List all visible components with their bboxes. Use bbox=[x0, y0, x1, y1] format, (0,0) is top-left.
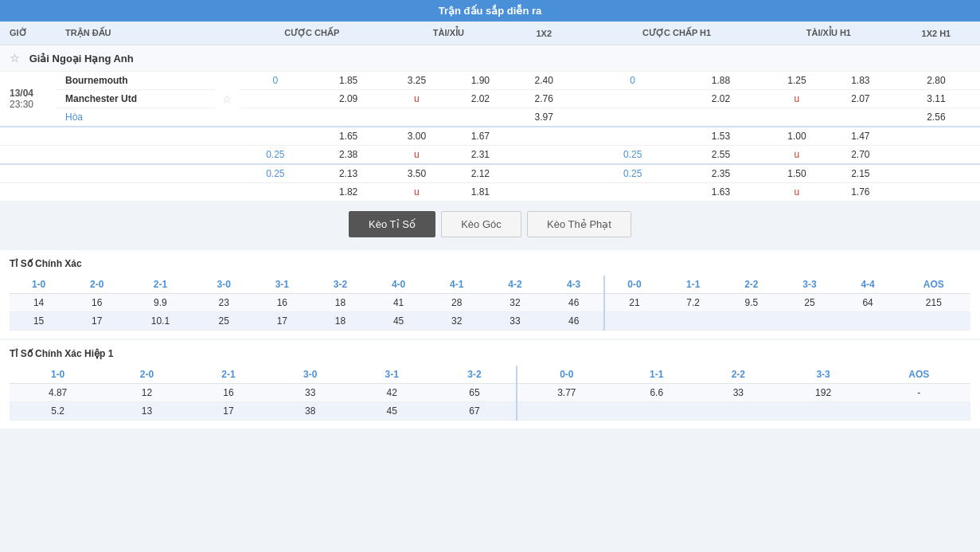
chap-h1-odds-row1: 1.88 bbox=[677, 72, 765, 90]
g3r2-tai: u bbox=[385, 183, 448, 202]
ts-r2-c7: 45 bbox=[369, 312, 428, 331]
th-h1-aos: AOS bbox=[868, 366, 970, 384]
ti-so-table: 1-0 2-0 2-1 3-0 3-1 3-2 4-0 4-1 4-2 4-3 … bbox=[10, 276, 970, 331]
th-2-0: 2-0 bbox=[68, 276, 126, 294]
ts-r1-c9: 32 bbox=[486, 294, 544, 312]
tsh1-r1-c8: 6.6 bbox=[615, 384, 697, 402]
g3-icon bbox=[215, 164, 239, 183]
th-h1-3-0: 3-0 bbox=[269, 366, 351, 384]
tab-keo-goc[interactable]: Kèo Góc bbox=[441, 211, 521, 237]
tsh1-r2-c6: 67 bbox=[433, 402, 517, 421]
match-date: 13/04 23:30 bbox=[0, 72, 56, 127]
g3r2-x12-h1 bbox=[892, 183, 980, 202]
g2-chap-h1 bbox=[588, 127, 677, 146]
tsh1-r1-c3: 16 bbox=[188, 384, 270, 402]
g2r2-tai-odds: 2.31 bbox=[448, 146, 512, 165]
g3r2-tai-h1: u bbox=[765, 183, 829, 202]
th-4-0: 4-0 bbox=[369, 276, 428, 294]
tsh1-r1-c7: 3.77 bbox=[517, 384, 615, 402]
ts-r2-c3: 10.1 bbox=[126, 312, 194, 331]
g3-date bbox=[0, 164, 56, 183]
tai-odds-row3 bbox=[448, 108, 512, 127]
chap1-row3 bbox=[239, 108, 312, 127]
chap-h1-row3 bbox=[588, 108, 677, 127]
tsh1-r2-c9 bbox=[697, 402, 779, 421]
g3-spacer bbox=[576, 164, 588, 183]
spacer-row1 bbox=[576, 72, 588, 90]
g3r2-tai-h1-odds: 1.76 bbox=[829, 183, 892, 202]
odds-group3-row1: 0.25 2.13 3.50 2.12 0.25 2.35 1.50 2.15 bbox=[0, 164, 980, 183]
league-star-icon[interactable]: ☆ bbox=[10, 52, 20, 65]
g2r2-chap-h1-odds: 2.55 bbox=[677, 146, 765, 165]
ti-so-section: Tỉ Số Chính Xác 1-0 2-0 2-1 3-0 3-1 3-2 … bbox=[0, 250, 980, 339]
league-name: Giải Ngoại Hạng Anh bbox=[29, 53, 134, 65]
tai-h1-row1: 1.25 bbox=[765, 72, 829, 90]
g3-chap1: 0.25 bbox=[239, 164, 312, 183]
match-draw: Hòa bbox=[56, 108, 215, 127]
ts-r2-c11 bbox=[604, 312, 664, 331]
ts-r1-c2: 16 bbox=[68, 294, 126, 312]
g2-team bbox=[56, 127, 215, 146]
page-header: Trận đấu sắp diễn ra bbox=[0, 0, 980, 22]
ts-r1-c14: 25 bbox=[780, 294, 838, 312]
th-4-3: 4-3 bbox=[544, 276, 603, 294]
ts-r2-c14 bbox=[780, 312, 838, 331]
chap1-odds-row2: 2.09 bbox=[312, 90, 385, 108]
g3r2-chap-h1-odds: 1.63 bbox=[677, 183, 765, 202]
ti-so-row1: 14 16 9.9 23 16 18 41 28 32 46 21 7.2 9.… bbox=[10, 294, 970, 312]
tab-keo-the-phat[interactable]: Kèo Thẻ Phạt bbox=[527, 211, 631, 237]
ts-r1-c4: 23 bbox=[195, 294, 253, 312]
ti-so-hiep1-section: Tỉ Số Chính Xác Hiệp 1 1-0 2-0 2-1 3-0 3… bbox=[0, 340, 980, 429]
tsh1-r2-c2: 13 bbox=[106, 402, 188, 421]
match-team2: Manchester Utd bbox=[56, 90, 215, 108]
g2-tai: 3.00 bbox=[385, 127, 448, 146]
tai-odds-row2: 2.02 bbox=[448, 90, 512, 108]
col-spacer bbox=[576, 22, 588, 45]
g2r2-chap1-odds: 2.38 bbox=[312, 146, 385, 165]
g3-x1 bbox=[512, 164, 576, 183]
g2-x1 bbox=[512, 127, 576, 146]
tsh1-r2-c5: 45 bbox=[351, 402, 433, 421]
match-bookmark[interactable]: ☆ bbox=[215, 72, 239, 127]
spacer-row2 bbox=[576, 90, 588, 108]
g2-x12-h1 bbox=[892, 127, 980, 146]
col-tran-dau: TRẬN ĐẤU bbox=[56, 22, 215, 45]
tab-keo-ti-so[interactable]: Kèo Tỉ Số bbox=[349, 211, 435, 237]
ts-r1-c6: 18 bbox=[311, 294, 369, 312]
chap-h1-odds-row3 bbox=[677, 108, 765, 127]
col-tai-xiu-h1: TÀI/XỈU H1 bbox=[765, 22, 892, 45]
g2-tai-odds: 1.67 bbox=[448, 127, 512, 146]
g2-tai-h1-odds: 1.47 bbox=[829, 127, 892, 146]
g3r2-tai-odds: 1.81 bbox=[448, 183, 512, 202]
th-h1-0-0: 0-0 bbox=[517, 366, 615, 384]
ts-r2-c1: 15 bbox=[10, 312, 68, 331]
ts-r1-c3: 9.9 bbox=[126, 294, 194, 312]
g3-x12-h1 bbox=[892, 164, 980, 183]
th-h1-2-2: 2-2 bbox=[697, 366, 779, 384]
col-icon bbox=[215, 22, 239, 45]
g3-tai: 3.50 bbox=[385, 164, 448, 183]
g3r2-x1 bbox=[512, 183, 576, 202]
ts-r1-c12: 7.2 bbox=[664, 294, 722, 312]
x1-row1: 2.40 bbox=[512, 72, 576, 90]
ts-r2-c5: 17 bbox=[253, 312, 311, 331]
g2-icon bbox=[215, 127, 239, 146]
g2r2-x1 bbox=[512, 146, 576, 165]
tsh1-r2-c8 bbox=[615, 402, 697, 421]
tsh1-r2-c4: 38 bbox=[269, 402, 351, 421]
g2-chap1-odds: 1.65 bbox=[312, 127, 385, 146]
tsh1-r2-c11 bbox=[868, 402, 970, 421]
ts-r1-c10: 46 bbox=[544, 294, 603, 312]
tsh1-r1-c11: - bbox=[868, 384, 970, 402]
th-2-2: 2-2 bbox=[722, 276, 780, 294]
x12-h1-row2: 3.11 bbox=[892, 90, 980, 108]
odds-group3-row2: 1.82 u 1.81 1.63 u 1.76 bbox=[0, 183, 980, 202]
match-row-1: 13/04 23:30 Bournemouth ☆ 0 1.85 3.25 1.… bbox=[0, 72, 980, 90]
header-title: Trận đấu sắp diễn ra bbox=[439, 5, 542, 17]
x1-row2: 2.76 bbox=[512, 90, 576, 108]
main-table-container: GIỜ TRẬN ĐẤU CƯỢC CHẤP TÀI/XỈU 1X2 CƯỢC … bbox=[0, 22, 980, 202]
g3-chap1-odds: 2.13 bbox=[312, 164, 385, 183]
th-h1-1-1: 1-1 bbox=[615, 366, 697, 384]
tsh1-r2-c7 bbox=[517, 402, 615, 421]
x1-row3: 3.97 bbox=[512, 108, 576, 127]
